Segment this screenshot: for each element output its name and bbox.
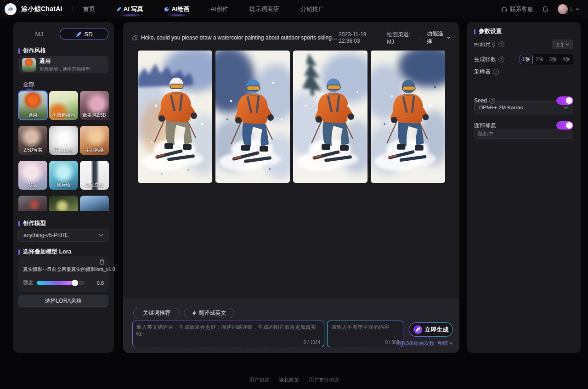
chevron-down-icon xyxy=(99,234,103,237)
whale-icon xyxy=(6,5,15,13)
strength-slider[interactable] xyxy=(37,281,85,285)
style-card-figure[interactable]: 手办风格 xyxy=(80,126,109,155)
strength-value: 0.8 xyxy=(97,280,104,286)
top-nav: 涂小鲸ChatAI 首页 AI 写真 AI绘画 AI创作 提示词商店 分销推广 … xyxy=(0,0,588,18)
user-label: L xyxy=(570,6,573,12)
generate-button[interactable]: 立即生成 xyxy=(409,322,453,337)
trash-icon[interactable] xyxy=(99,259,105,265)
count-option-2[interactable]: 2张 xyxy=(533,55,546,64)
help-icon[interactable]: ? xyxy=(489,98,495,104)
nav-home[interactable]: 首页 xyxy=(83,5,95,13)
select-lora-button[interactable]: 选择LORA风格 xyxy=(18,295,108,307)
cost-note: 消耗3条绘画次数 明细 xyxy=(357,340,453,347)
featured-title: 通用 xyxy=(40,57,90,65)
nav-ai-draw[interactable]: AI绘画 xyxy=(164,5,189,13)
style-card-western-25d[interactable]: 欧美风2.5D xyxy=(80,91,109,120)
result-image-3[interactable] xyxy=(293,51,368,183)
style-card-partial[interactable] xyxy=(18,196,47,211)
toggle-knob xyxy=(566,122,572,129)
style-card-fresh-illustration[interactable]: 小清新插画 xyxy=(49,91,78,120)
size-row: 画面尺寸 ? 1:1 xyxy=(474,39,573,49)
seed-row: Seed ? xyxy=(474,96,573,105)
style-card-line-art[interactable]: 手绘线稿 xyxy=(49,126,78,155)
divider xyxy=(73,6,73,12)
style-card-white-bg[interactable]: 白底立绘 xyxy=(80,161,109,190)
nav-affiliate[interactable]: 分销推广 xyxy=(300,5,324,13)
brush-icon xyxy=(413,325,422,334)
function-select[interactable]: 功能选择 xyxy=(427,30,450,45)
lightning-icon xyxy=(192,310,197,316)
keyword-suggest-button[interactable]: 关键词推荐 xyxy=(133,308,180,318)
headset-icon xyxy=(501,6,507,12)
chevron-down-icon xyxy=(576,8,580,11)
prompt-input-wrap: 0 / 1024 xyxy=(132,321,324,347)
nav-prompt-store[interactable]: 提示词商店 xyxy=(249,5,279,13)
active-underline xyxy=(166,14,189,17)
result-image-1[interactable] xyxy=(138,51,212,183)
help-icon[interactable]: ? xyxy=(498,56,504,62)
cost-detail-toggle[interactable]: 明细 xyxy=(438,340,453,347)
help-icon[interactable]: ? xyxy=(498,41,504,47)
slider-fill xyxy=(37,281,74,285)
count-option-3[interactable]: 3张 xyxy=(546,55,560,64)
help-icon[interactable]: ? xyxy=(493,69,499,75)
result-images xyxy=(138,51,445,183)
footer-privacy-link[interactable]: 隐私政策 xyxy=(274,377,304,383)
user-menu[interactable]: L xyxy=(558,4,580,14)
aspect-ratio-select[interactable]: 1:1 xyxy=(552,39,573,49)
count-option-4[interactable]: 4张 xyxy=(560,55,573,64)
negative-prompt-input[interactable] xyxy=(328,321,403,339)
nav-ai-create[interactable]: AI创作 xyxy=(210,5,228,13)
parameter-sidebar: 参数设置 画面尺寸 ? 1:1 生成张数 ? 1张 2张 3张 4张 采样器 ?… xyxy=(467,22,581,353)
seed-toggle[interactable] xyxy=(556,96,573,105)
prompt-input[interactable] xyxy=(133,321,324,339)
contact-support[interactable]: 联系客服 xyxy=(501,6,533,13)
footer-terms-link[interactable]: 用户协议 xyxy=(244,377,274,383)
lora-name: 真实摄影—目前全网最真实的摄影lora_v1.0 xyxy=(23,266,104,273)
model-select[interactable]: anything-v5-PrtRE xyxy=(18,229,108,242)
generation-header: Hello, could you please draw a watercolo… xyxy=(132,33,450,42)
bell-icon[interactable] xyxy=(542,6,548,13)
nav-ai-photo[interactable]: AI 写真 xyxy=(116,5,143,13)
style-card-mouse-paint[interactable]: 鼠标绘 xyxy=(49,161,78,190)
count-option-1[interactable]: 1张 xyxy=(520,55,533,64)
result-image-2[interactable] xyxy=(215,51,290,183)
filter-all-tab[interactable]: 全部 xyxy=(23,81,34,89)
prompt-text: Hello, could you please draw a watercolo… xyxy=(141,34,339,41)
seed-input[interactable] xyxy=(474,129,573,139)
style-card-partial[interactable] xyxy=(80,196,109,211)
divider xyxy=(420,35,420,40)
style-card-25d-realistic[interactable]: 2.5D写实 xyxy=(18,126,47,155)
channel-label: 绘画渠道: MJ xyxy=(387,31,413,45)
engine-toggle: MJ SD xyxy=(18,28,108,40)
chevron-down-icon xyxy=(565,43,569,45)
chevron-down-icon xyxy=(449,342,453,344)
strength-label: 强度 xyxy=(23,279,33,286)
face-fix-toggle[interactable] xyxy=(556,121,573,130)
app-logo[interactable] xyxy=(5,3,17,15)
face-fix-label: 面部修复 xyxy=(474,122,496,130)
footer-payment-link[interactable]: 用户支付协议 xyxy=(304,377,344,383)
style-card-partial[interactable] xyxy=(49,196,78,211)
chevron-down-icon xyxy=(447,36,450,39)
section-lora: 选择叠加模型 Lora xyxy=(18,248,72,256)
style-card-chibi[interactable]: Q版 xyxy=(18,161,47,190)
slider-knob[interactable] xyxy=(72,280,78,286)
style-sidebar: MJ SD 创作风格 通用 奇想智能，通用万能模型 全部 通用 小清新插画 欧美… xyxy=(13,22,114,353)
featured-style-card[interactable]: 通用 奇想智能，通用万能模型 xyxy=(18,56,108,73)
prompt-counter: 0 / 1024 xyxy=(304,340,320,345)
chevron-down-icon xyxy=(564,106,568,109)
face-fix-row: 面部修复 xyxy=(474,121,573,130)
translate-button[interactable]: 翻译成英文 xyxy=(184,308,234,318)
footer: 用户协议 隐私政策 用户支付协议 xyxy=(0,377,588,383)
copy-icon[interactable] xyxy=(132,35,137,41)
count-label: 生成张数 ? xyxy=(474,56,504,63)
style-card-general[interactable]: 通用 xyxy=(18,91,47,120)
seed-label: Seed ? xyxy=(474,97,495,104)
section-creation-style: 创作风格 xyxy=(18,47,46,55)
tab-sd[interactable]: SD xyxy=(60,28,108,40)
count-segmented-control: 1张 2张 3张 4张 xyxy=(519,54,573,65)
result-image-4[interactable] xyxy=(371,51,445,183)
tab-mj[interactable]: MJ xyxy=(18,31,60,38)
lora-card: 真实摄影—目前全网最真实的摄影lora_v1.0 强度 0.8 xyxy=(18,256,108,292)
